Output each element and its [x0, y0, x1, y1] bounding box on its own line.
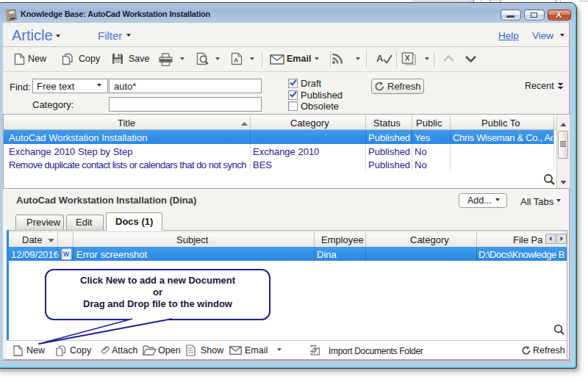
svg-text:X: X	[404, 54, 410, 62]
svg-text:W: W	[63, 251, 70, 258]
svg-text:A: A	[376, 53, 384, 64]
svg-text:A: A	[234, 57, 239, 64]
